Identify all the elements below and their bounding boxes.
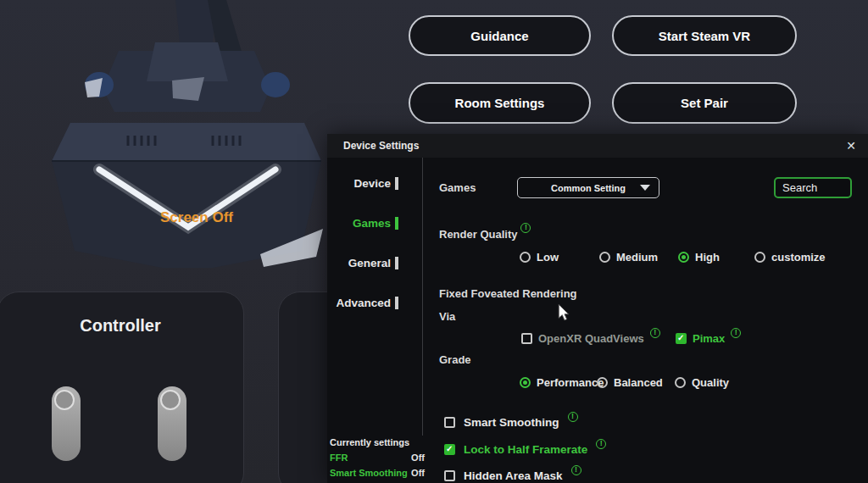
dropdown-value: Common Setting — [551, 183, 626, 193]
checkbox-pimax[interactable]: Pimax — [676, 330, 741, 346]
mouse-cursor — [556, 303, 571, 322]
right-controller-icon — [158, 386, 186, 461]
current-settings-title: Currently settings — [330, 437, 425, 447]
room-settings-button[interactable]: Room Settings — [409, 82, 591, 124]
grade-label: Grade — [439, 353, 471, 366]
device-settings-dialog: Device Settings ✕ Device Games General A… — [327, 134, 868, 483]
info-icon[interactable] — [568, 412, 578, 422]
tab-indicator-bar — [395, 177, 398, 190]
checkbox-icon — [444, 444, 455, 455]
radio-icon — [520, 377, 531, 388]
tab-device-label: Device — [353, 177, 391, 190]
set-pair-button[interactable]: Set Pair — [612, 82, 797, 124]
checkbox-icon — [521, 333, 532, 344]
radio-performance[interactable]: Performance — [520, 375, 604, 390]
tab-indicator-bar — [395, 297, 398, 309]
checkbox-icon — [676, 333, 687, 344]
guidance-button[interactable]: Guidance — [409, 15, 591, 56]
radio-customize[interactable]: customize — [754, 249, 826, 264]
sidebar-divider — [422, 158, 423, 436]
dialog-header: Device Settings ✕ — [327, 134, 868, 158]
radio-icon — [597, 377, 608, 388]
checkbox-lock-half-framerate[interactable]: Lock to Half Framerate — [444, 441, 606, 457]
games-label: Games — [439, 181, 476, 194]
tab-indicator-bar — [395, 257, 398, 269]
tab-games-label: Games — [353, 217, 391, 230]
checkbox-openxr-quadviews[interactable]: OpenXR QuadViews — [521, 330, 660, 346]
current-setting-row: FFR Off — [330, 452, 425, 463]
chevron-down-icon — [640, 185, 650, 191]
app-root: Screen Off Guidance Start Steam VR Room … — [0, 0, 868, 483]
radio-icon — [599, 252, 610, 263]
tab-games[interactable]: Games — [327, 215, 398, 230]
current-settings-block: Currently settings FFR Off Smart Smoothi… — [330, 437, 425, 478]
info-icon[interactable] — [731, 328, 741, 338]
radio-balanced[interactable]: Balanced — [597, 375, 663, 390]
search-button[interactable]: Search — [774, 177, 852, 198]
radio-quality[interactable]: Quality — [675, 375, 729, 390]
info-icon[interactable] — [596, 439, 606, 449]
left-controller-icon — [52, 386, 81, 461]
tab-advanced[interactable]: Advanced — [327, 295, 398, 310]
via-label: Via — [439, 310, 455, 323]
tab-general-label: General — [348, 257, 391, 269]
dialog-title: Device Settings — [343, 140, 419, 152]
render-quality-label: Render Quality — [439, 228, 531, 241]
radio-icon — [678, 252, 689, 263]
current-setting-row: Smart Smoothing Off — [330, 468, 425, 478]
radio-icon — [675, 377, 686, 388]
controller-card-title: Controller — [0, 316, 243, 336]
headset-image — [47, 0, 331, 288]
tab-advanced-label: Advanced — [336, 297, 391, 309]
ffr-title: Fixed Foveated Rendering — [439, 287, 577, 300]
controller-card: Controller — [0, 291, 244, 483]
checkbox-hidden-area-mask[interactable]: Hidden Area Mask — [444, 468, 581, 483]
tab-device[interactable]: Device — [327, 175, 398, 191]
tab-general[interactable]: General — [327, 255, 398, 270]
checkbox-icon — [444, 417, 455, 428]
info-icon[interactable] — [650, 328, 660, 338]
info-icon[interactable] — [520, 223, 531, 233]
start-steam-vr-button[interactable]: Start Steam VR — [612, 15, 797, 56]
info-icon[interactable] — [571, 465, 581, 475]
tab-indicator-bar — [395, 217, 398, 230]
headset-status-label: Screen Off — [119, 209, 275, 226]
radio-low[interactable]: Low — [520, 249, 559, 264]
checkbox-icon — [444, 470, 455, 481]
radio-icon — [754, 252, 765, 263]
checkbox-smart-smoothing[interactable]: Smart Smoothing — [444, 414, 578, 430]
games-profile-dropdown[interactable]: Common Setting — [517, 177, 659, 198]
radio-medium[interactable]: Medium — [599, 249, 658, 264]
render-quality-text: Render Quality — [439, 228, 517, 241]
radio-icon — [520, 252, 531, 263]
radio-high[interactable]: High — [678, 249, 720, 264]
close-icon[interactable]: ✕ — [846, 140, 856, 152]
